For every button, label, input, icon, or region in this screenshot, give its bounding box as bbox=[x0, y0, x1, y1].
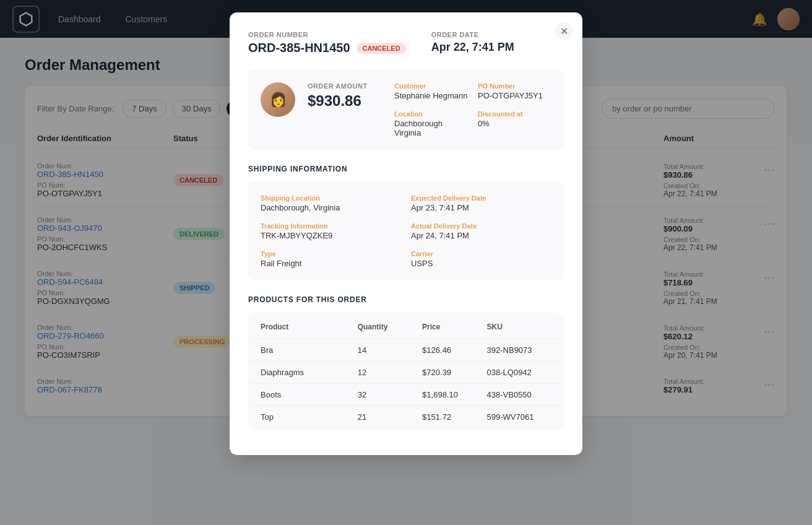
shipping-location-value: Dachborough, Virginia bbox=[261, 203, 401, 212]
discounted-label: Discounted at bbox=[478, 110, 551, 118]
product-price: $151.72 bbox=[422, 412, 486, 422]
modal-close-button[interactable]: ✕ bbox=[555, 22, 572, 40]
po-number-item: PO Number PO-OTGPAYJ5Y1 bbox=[478, 82, 551, 100]
product-qty: 12 bbox=[358, 368, 422, 377]
modal-order-section: ORDER NUMBER ORD-385-HN1450 CANCELED bbox=[248, 31, 407, 55]
shipping-location-item: Shipping Location Dachborough, Virginia bbox=[261, 194, 401, 212]
product-name: Top bbox=[261, 412, 358, 422]
customer-label: Customer bbox=[394, 82, 468, 90]
modal-date-text: Apr 22, 7:41 PM bbox=[431, 41, 514, 54]
type-item: Type Rail Freight bbox=[261, 250, 401, 268]
product-sku: 599-WV7061 bbox=[487, 412, 551, 422]
order-number-label: ORDER NUMBER bbox=[248, 31, 407, 38]
col-quantity: Quantity bbox=[358, 323, 422, 331]
product-qty: 21 bbox=[358, 412, 422, 422]
shipping-grid: Shipping Location Dachborough, Virginia … bbox=[261, 194, 551, 268]
product-price: $720.39 bbox=[422, 368, 486, 377]
actual-delivery-value: Apr 24, 7:41 PM bbox=[411, 231, 551, 240]
discounted-value: 0% bbox=[478, 119, 551, 128]
products-table-header: Product Quantity Price SKU bbox=[251, 315, 561, 339]
product-row: Bra 14 $126.46 392-NB9073 bbox=[251, 339, 561, 362]
customer-name: Stephanie Hegmann bbox=[394, 91, 468, 100]
actual-delivery-label: Actual Delivery Date bbox=[411, 222, 551, 230]
order-amount-section: ORDER AMOUNT $930.86 bbox=[308, 82, 382, 137]
product-sku: 038-LQ0942 bbox=[487, 368, 551, 377]
order-detail-modal: ✕ ORDER NUMBER ORD-385-HN1450 CANCELED O… bbox=[230, 12, 582, 455]
product-name: Boots bbox=[261, 390, 358, 399]
product-qty: 32 bbox=[358, 390, 422, 399]
expected-delivery-value: Apr 23, 7:41 PM bbox=[411, 203, 551, 212]
modal-date-section: ORDER DATE Apr 22, 7:41 PM bbox=[431, 31, 514, 55]
col-price: Price bbox=[422, 323, 486, 331]
product-price: $126.46 bbox=[422, 345, 486, 355]
shipping-section-title: SHIPPING INFORMATION bbox=[248, 165, 564, 173]
product-name: Diaphragms bbox=[261, 368, 358, 377]
customer-card: 👩 ORDER AMOUNT $930.86 Customer Stephani… bbox=[248, 70, 564, 150]
product-row: Top 21 $151.72 599-WV7061 bbox=[251, 406, 561, 428]
product-sku: 438-VB0550 bbox=[487, 390, 551, 399]
col-product: Product bbox=[261, 323, 358, 331]
order-date-label: ORDER DATE bbox=[431, 31, 514, 38]
product-name: Bra bbox=[261, 345, 358, 355]
shipping-location-label: Shipping Location bbox=[261, 194, 401, 202]
po-number-value: PO-OTGPAYJ5Y1 bbox=[478, 91, 551, 100]
carrier-value: USPS bbox=[411, 259, 551, 268]
order-amount-label: ORDER AMOUNT bbox=[308, 82, 382, 90]
location-label: Location bbox=[394, 110, 468, 118]
product-sku: 392-NB9073 bbox=[487, 345, 551, 355]
tracking-label: Tracking Information bbox=[261, 222, 401, 230]
product-row: Boots 32 $1,698.10 438-VB0550 bbox=[251, 384, 561, 406]
product-price: $1,698.10 bbox=[422, 390, 486, 399]
modal-order-id-text: ORD-385-HN1450 bbox=[248, 41, 350, 55]
actual-delivery-item: Actual Delivery Date Apr 24, 7:41 PM bbox=[411, 222, 551, 240]
location-value: Dachborough Virginia bbox=[394, 119, 468, 137]
customer-name-item: Customer Stephanie Hegmann bbox=[394, 82, 468, 100]
shipping-card: Shipping Location Dachborough, Virginia … bbox=[248, 182, 564, 280]
carrier-label: Carrier bbox=[411, 250, 551, 258]
discounted-item: Discounted at 0% bbox=[478, 110, 551, 137]
customer-details: Customer Stephanie Hegmann PO Number PO-… bbox=[394, 82, 551, 137]
po-number-label: PO Number bbox=[478, 82, 551, 90]
products-table: Product Quantity Price SKU Bra 14 $126.4… bbox=[248, 313, 564, 430]
order-amount-value: $930.86 bbox=[308, 92, 382, 110]
modal-overlay: ✕ ORDER NUMBER ORD-385-HN1450 CANCELED O… bbox=[0, 0, 812, 525]
modal-order-id: ORD-385-HN1450 CANCELED bbox=[248, 41, 407, 55]
product-row: Diaphragms 12 $720.39 038-LQ0942 bbox=[251, 362, 561, 384]
product-qty: 14 bbox=[358, 345, 422, 355]
modal-header: ORDER NUMBER ORD-385-HN1450 CANCELED ORD… bbox=[248, 31, 564, 55]
tracking-value: TRK-MJBYYQZKE9 bbox=[261, 231, 401, 240]
carrier-item: Carrier USPS bbox=[411, 250, 551, 268]
modal-status-badge: CANCELED bbox=[356, 43, 407, 54]
products-section-title: PRODUCTS FOR THIS ORDER bbox=[248, 295, 564, 304]
type-label: Type bbox=[261, 250, 401, 258]
expected-delivery-label: Expected Delivery Date bbox=[411, 194, 551, 202]
expected-delivery-item: Expected Delivery Date Apr 23, 7:41 PM bbox=[411, 194, 551, 212]
type-value: Rail Freight bbox=[261, 259, 401, 268]
location-item: Location Dachborough Virginia bbox=[394, 110, 468, 137]
tracking-item: Tracking Information TRK-MJBYYQZKE9 bbox=[261, 222, 401, 240]
col-sku: SKU bbox=[487, 323, 551, 331]
customer-avatar: 👩 bbox=[261, 82, 295, 117]
